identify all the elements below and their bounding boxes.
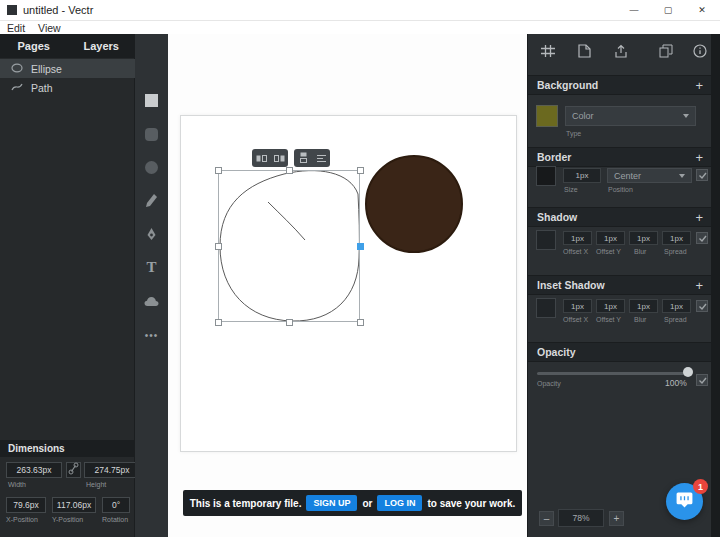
shadow-color-swatch[interactable]	[536, 230, 556, 250]
border-color-swatch[interactable]	[536, 166, 556, 186]
inset-shadow-offset-y-field[interactable]: 1px	[596, 299, 625, 313]
width-label: Width	[8, 481, 26, 488]
opacity-label: Opacity	[537, 380, 561, 387]
height-label: Height	[86, 481, 106, 488]
selection-handle-top-center[interactable]	[286, 167, 293, 174]
maximize-button[interactable]: ▢	[651, 0, 685, 20]
selection-handle-middle-left[interactable]	[215, 243, 222, 250]
log-in-button[interactable]: LOG IN	[377, 495, 422, 511]
ellipse-shape[interactable]	[366, 156, 462, 252]
shadow-offset-y-field[interactable]: 1px	[596, 231, 625, 245]
zoom-in-button[interactable]: +	[609, 511, 624, 526]
shadow-blur-label: Blur	[634, 248, 646, 255]
banner-suffix: to save your work.	[427, 498, 515, 509]
background-type-select[interactable]: Color	[565, 106, 696, 126]
border-position-value: Center	[614, 171, 641, 181]
dimensions-header: Dimensions	[0, 440, 135, 457]
selection-handle-top-right[interactable]	[357, 167, 364, 174]
add-border-button[interactable]: +	[695, 151, 703, 164]
background-section-header: Background +	[528, 75, 712, 95]
layer-label: Ellipse	[31, 63, 62, 75]
selection-handle-middle-right[interactable]	[357, 243, 364, 250]
border-size-label: Size	[564, 186, 578, 193]
check-icon	[698, 297, 707, 315]
flip-vertical-button[interactable]	[294, 149, 312, 167]
close-button[interactable]: ✕	[685, 0, 719, 20]
inset-shadow-blur-label: Blur	[634, 316, 646, 323]
y-position-label: Y-Position	[52, 516, 83, 523]
add-shadow-button[interactable]: +	[695, 211, 703, 224]
zoom-level-field[interactable]: 78%	[558, 509, 604, 527]
layer-item-ellipse[interactable]: Ellipse	[0, 59, 135, 78]
inset-shadow-offset-x-field[interactable]: 1px	[563, 299, 592, 313]
selection-handle-top-left[interactable]	[215, 167, 222, 174]
rounded-rectangle-tool[interactable]	[144, 127, 159, 142]
canvas-area[interactable]	[168, 34, 527, 537]
y-position-field[interactable]: 117.06px	[52, 497, 96, 513]
layer-label: Path	[31, 82, 53, 94]
border-position-select[interactable]: Center	[607, 168, 692, 183]
background-color-swatch[interactable]	[536, 105, 558, 127]
more-tools-button[interactable]: •••	[144, 328, 159, 343]
banner-or: or	[362, 498, 372, 509]
snap-grid-button[interactable]	[536, 42, 560, 64]
rectangle-tool[interactable]	[144, 93, 159, 108]
opacity-slider-track[interactable]	[537, 372, 689, 375]
rotation-field[interactable]: 0°	[102, 497, 130, 513]
shadow-visible-checkbox[interactable]	[696, 232, 708, 244]
pencil-tool[interactable]	[144, 194, 159, 209]
width-field[interactable]: 263.63px	[6, 462, 62, 478]
selection-handle-bottom-left[interactable]	[215, 319, 222, 326]
inset-shadow-visible-checkbox[interactable]	[696, 300, 708, 312]
add-inset-shadow-button[interactable]: +	[695, 279, 703, 292]
add-page-button[interactable]	[572, 42, 596, 64]
right-edge-scrollbar[interactable]	[711, 34, 720, 537]
add-background-button[interactable]: +	[695, 79, 703, 92]
info-button[interactable]	[688, 42, 712, 64]
shadow-blur-field[interactable]: 1px	[629, 231, 658, 245]
inset-shadow-title: Inset Shadow	[537, 279, 605, 291]
bring-forward-button[interactable]	[270, 149, 288, 167]
export-button[interactable]	[609, 42, 633, 64]
sign-up-button[interactable]: SIGN UP	[306, 495, 357, 511]
height-field[interactable]: 274.75px	[84, 462, 140, 478]
text-tool[interactable]: T	[144, 260, 159, 275]
zoom-out-button[interactable]: –	[539, 511, 554, 526]
duplicate-page-button[interactable]	[654, 42, 678, 64]
pen-tool[interactable]	[144, 228, 159, 243]
inset-shadow-color-swatch[interactable]	[536, 298, 556, 318]
shadow-spread-label: Spread	[664, 248, 687, 255]
opacity-visible-checkbox[interactable]	[696, 374, 708, 386]
lock-aspect-button[interactable]	[66, 462, 81, 478]
menu-view[interactable]: View	[38, 22, 61, 34]
border-visible-checkbox[interactable]	[696, 169, 708, 181]
menu-edit[interactable]: Edit	[7, 22, 25, 34]
window-title: untitled - Vectr	[23, 4, 93, 16]
image-upload-tool[interactable]	[144, 294, 159, 309]
background-type-label: Type	[566, 130, 581, 137]
layer-item-path[interactable]: Path	[0, 78, 135, 97]
inset-shadow-spread-field[interactable]: 1px	[662, 299, 691, 313]
chat-notification-badge[interactable]: 1	[693, 479, 708, 494]
tab-pages[interactable]: Pages	[0, 34, 68, 58]
shadow-spread-field[interactable]: 1px	[662, 231, 691, 245]
minimize-button[interactable]: —	[617, 0, 651, 20]
selection-bounding-box[interactable]	[218, 170, 360, 322]
align-button[interactable]	[312, 149, 330, 167]
ellipse-tool[interactable]	[144, 160, 159, 175]
left-panel-tabs: Pages Layers	[0, 34, 135, 58]
border-size-field[interactable]: 1px	[563, 168, 601, 183]
selection-handle-bottom-right[interactable]	[357, 319, 364, 326]
tab-layers[interactable]: Layers	[68, 34, 136, 58]
selection-handle-bottom-center[interactable]	[286, 319, 293, 326]
opacity-slider-knob[interactable]	[683, 367, 693, 377]
shadow-title: Shadow	[537, 211, 577, 223]
inset-shadow-blur-field[interactable]: 1px	[629, 299, 658, 313]
banner-message: This is a temporary file.	[190, 498, 302, 509]
send-backward-button[interactable]	[252, 149, 270, 167]
check-icon	[698, 166, 707, 184]
chevron-down-icon	[679, 174, 685, 178]
shadow-offset-x-field[interactable]: 1px	[563, 231, 592, 245]
pencil-icon	[145, 193, 158, 211]
x-position-field[interactable]: 79.6px	[6, 497, 46, 513]
